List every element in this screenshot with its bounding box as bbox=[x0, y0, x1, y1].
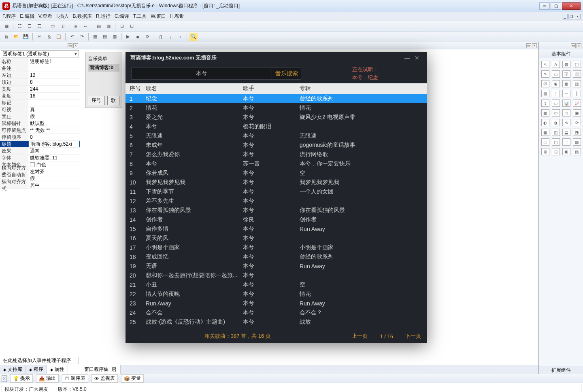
property-value[interactable]: 0 bbox=[28, 134, 80, 140]
tool-icon[interactable]: ▥ bbox=[111, 33, 119, 41]
palette-item[interactable]: ⇕ bbox=[541, 100, 549, 107]
palette-item[interactable]: ⬔ bbox=[573, 129, 581, 136]
next-page-button[interactable]: 下一页 bbox=[405, 333, 421, 340]
property-row[interactable]: 高度16 bbox=[0, 93, 80, 100]
property-value[interactable]: 12 bbox=[28, 72, 80, 78]
property-value[interactable]: 16 bbox=[28, 93, 80, 99]
song-row[interactable]: 25战放-(游戏《反恐行动》主题曲)本兮战放 bbox=[126, 317, 427, 326]
menu-item[interactable]: T.工具 bbox=[133, 13, 147, 20]
palette-item[interactable]: ▣ bbox=[562, 148, 570, 155]
property-value[interactable]: 白色 bbox=[28, 161, 80, 168]
run-icon[interactable]: ▶ bbox=[124, 33, 132, 41]
close-panel-icon[interactable]: × bbox=[73, 43, 78, 48]
player-close-icon[interactable]: ✕ bbox=[412, 54, 422, 62]
save-icon[interactable]: 💾 bbox=[22, 33, 30, 41]
property-value[interactable]: 左对齐 bbox=[28, 168, 80, 175]
palette-item[interactable]: 📊 bbox=[562, 100, 570, 107]
song-row[interactable]: 13你在看孤独的风景本兮你在看孤独的风景 bbox=[126, 206, 427, 215]
song-row[interactable]: 19无语本兮Run Away bbox=[126, 261, 427, 271]
property-row[interactable]: 左边12 bbox=[0, 72, 80, 79]
menu-item[interactable]: R.运行 bbox=[96, 13, 111, 20]
palette-item[interactable]: ⬚ bbox=[573, 61, 581, 68]
property-row[interactable]: 鼠标指针默认型 bbox=[0, 120, 80, 127]
menu-item[interactable]: B.数据库 bbox=[73, 13, 92, 20]
tool-icon[interactable]: ≡ bbox=[72, 22, 80, 30]
song-row[interactable]: 16夏天的风本兮 bbox=[126, 233, 427, 243]
palette-item[interactable]: ⊟ bbox=[552, 148, 560, 155]
pin-icon[interactable]: ▭ bbox=[571, 43, 576, 48]
find-icon[interactable]: 🔍 bbox=[189, 33, 198, 41]
property-value[interactable]: 居中 bbox=[28, 182, 80, 189]
palette-item[interactable]: ▦ bbox=[562, 80, 570, 87]
property-value[interactable] bbox=[28, 100, 80, 106]
tool-icon[interactable]: ↓ bbox=[166, 33, 174, 41]
menu-item[interactable]: F.程序 bbox=[2, 13, 16, 20]
menu-item[interactable]: W.窗口 bbox=[151, 13, 166, 20]
tool-icon[interactable]: ☷ bbox=[16, 22, 24, 30]
property-row[interactable]: 宽度244 bbox=[0, 86, 80, 93]
search-input[interactable]: 本兮 bbox=[132, 70, 272, 77]
palette-item[interactable]: 🖼 bbox=[562, 61, 570, 68]
tool-icon[interactable]: ☶ bbox=[35, 22, 43, 30]
song-row[interactable]: 20想和你一起去旅行(想要陪你一起旅...本兮 bbox=[126, 271, 427, 280]
panel-tab[interactable]: ◆支持库 bbox=[0, 365, 26, 374]
property-row[interactable]: 标记 bbox=[0, 100, 80, 106]
song-row[interactable]: 24会不会本兮会不会？ bbox=[126, 308, 427, 317]
palette-item[interactable]: ▦ bbox=[541, 129, 549, 136]
property-row[interactable]: 顶边8 bbox=[0, 79, 80, 86]
palette-item[interactable]: ⟲ bbox=[562, 119, 570, 126]
property-value[interactable] bbox=[28, 65, 80, 72]
design-label-selected[interactable]: 雨滴博客:b bbox=[88, 64, 119, 72]
palette-item[interactable]: ✎ bbox=[541, 70, 549, 78]
song-row[interactable]: 5无限速本兮无限速 bbox=[126, 131, 427, 140]
song-row[interactable]: 18变成回忆本兮曾经的歌系列 bbox=[126, 252, 427, 261]
output-tab[interactable]: 📦变量 bbox=[121, 374, 144, 383]
palette-item[interactable]: ▦ bbox=[541, 109, 549, 117]
col-album[interactable]: 专辑 bbox=[300, 85, 427, 92]
tool-icon[interactable]: ▤ bbox=[95, 22, 103, 30]
close-panel-icon[interactable]: × bbox=[577, 43, 581, 48]
property-value[interactable]: 通常 bbox=[28, 148, 80, 154]
menu-item[interactable]: I.插入 bbox=[56, 13, 69, 20]
tool-icon[interactable]: ↑ bbox=[176, 33, 184, 41]
song-row[interactable]: 7怎么办我爱你本兮流行网络歌 bbox=[126, 150, 427, 159]
editor-tab[interactable]: 窗口程序集_启 bbox=[80, 365, 121, 374]
palette-item[interactable]: ⟳ bbox=[573, 119, 581, 126]
cut-icon[interactable]: ✂ bbox=[35, 33, 43, 41]
property-value[interactable]: 真 bbox=[28, 106, 80, 113]
col-name[interactable]: 歌名 bbox=[146, 85, 243, 92]
palette-item[interactable]: ⬚ bbox=[562, 138, 570, 146]
new-icon[interactable]: 🗎 bbox=[2, 33, 11, 41]
tool-icon[interactable]: ⟳ bbox=[143, 33, 151, 41]
palette-item[interactable]: ▥ bbox=[573, 80, 581, 87]
property-row[interactable]: 纵向对齐方式居中 bbox=[0, 182, 80, 189]
song-row[interactable]: 10我梦见我梦见我本兮我梦见我梦见我 bbox=[126, 178, 427, 187]
song-row[interactable]: 14创作者徐良创作者 bbox=[126, 215, 427, 224]
tool-icon[interactable]: ▥ bbox=[104, 22, 113, 30]
palette-item[interactable]: ☑ bbox=[541, 80, 549, 87]
property-value[interactable]: 假 bbox=[28, 113, 80, 120]
property-value[interactable]: 微软雅黑, 11 bbox=[28, 155, 80, 161]
song-row[interactable]: 21小丑本兮空 bbox=[126, 280, 427, 289]
tool-icon[interactable]: ⊞ bbox=[118, 22, 126, 30]
player-minimize-icon[interactable]: — bbox=[402, 54, 412, 62]
property-row[interactable]: 禁止假 bbox=[0, 113, 80, 120]
palette-item[interactable]: □ bbox=[562, 109, 570, 117]
property-value[interactable]: 244 bbox=[28, 86, 80, 92]
property-value[interactable]: 透明标签1 bbox=[28, 58, 80, 65]
song-row[interactable]: 3爱之光本兮旋风少女2 电视原声带 bbox=[126, 112, 427, 122]
palette-item[interactable]: ◫ bbox=[552, 129, 560, 136]
mdi-restore-icon[interactable]: ❐ bbox=[568, 14, 574, 19]
search-button[interactable]: 音乐搜索 bbox=[272, 68, 301, 80]
song-row[interactable]: 22情人节的夜晚本兮情花 bbox=[126, 289, 427, 299]
palette-item[interactable]: ▢ bbox=[552, 138, 560, 146]
palette-item[interactable]: ⬜ bbox=[573, 70, 581, 78]
palette-item[interactable]: ▣ bbox=[573, 109, 581, 117]
design-column[interactable]: 序号 bbox=[88, 96, 105, 105]
close-panel-icon[interactable]: × bbox=[532, 43, 537, 48]
undo-icon[interactable]: ↶ bbox=[68, 33, 76, 41]
palette-item[interactable]: ▭ bbox=[552, 109, 560, 117]
song-list[interactable]: 1纪念本兮曾经的歌系列2情花本兮情花3爱之光本兮旋风少女2 电视原声带4本兮樱花… bbox=[126, 94, 427, 329]
palette-item[interactable]: ⋮ bbox=[552, 90, 560, 97]
palette-item[interactable]: 📈 bbox=[573, 100, 581, 107]
